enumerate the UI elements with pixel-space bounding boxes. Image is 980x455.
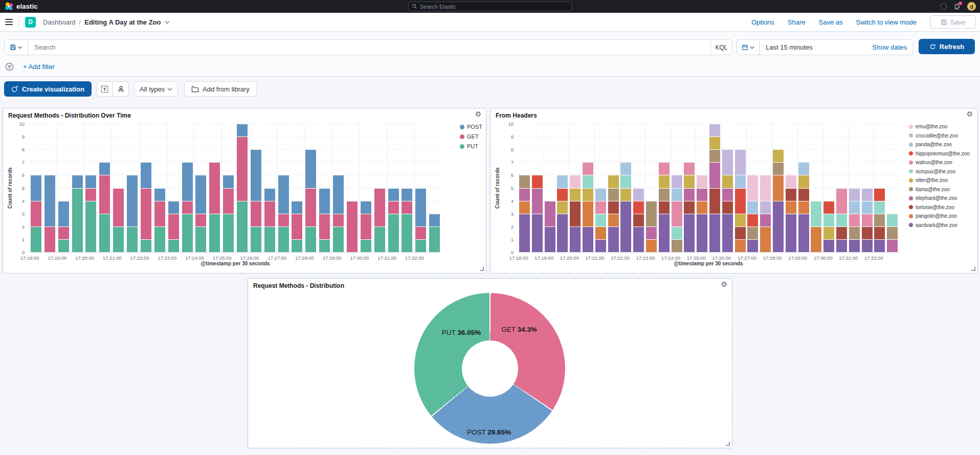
bar-segment[interactable] <box>415 227 426 239</box>
bar-segment[interactable] <box>760 201 771 214</box>
bar-segment[interactable] <box>223 214 234 252</box>
bar-segment[interactable] <box>798 163 809 175</box>
saved-query-menu-button[interactable] <box>5 40 28 55</box>
add-filter-button[interactable]: + Add filter <box>23 63 55 71</box>
bar-segment[interactable] <box>620 189 631 201</box>
bar-segment[interactable] <box>786 189 796 201</box>
bar-segment[interactable] <box>154 201 165 226</box>
bar-segment[interactable] <box>608 201 619 214</box>
date-quick-select-button[interactable] <box>737 40 760 55</box>
bar-segment[interactable] <box>697 214 707 252</box>
add-controls-button[interactable] <box>113 82 128 96</box>
bar-segment[interactable] <box>722 189 733 201</box>
help-icon[interactable] <box>940 3 947 10</box>
bar-segment[interactable] <box>532 175 543 188</box>
bar-segment[interactable] <box>583 175 593 188</box>
legend-item[interactable]: emu@the.zoo <box>909 124 970 129</box>
bar-segment[interactable] <box>99 175 110 213</box>
bar-segment[interactable] <box>747 227 758 239</box>
bar-segment[interactable] <box>264 201 275 226</box>
bar-segment[interactable] <box>99 214 110 252</box>
bar-segment[interactable] <box>646 201 657 226</box>
bar-segment[interactable] <box>583 227 593 252</box>
bar-segment[interactable] <box>99 163 110 175</box>
bar-segment[interactable] <box>388 189 399 201</box>
elastic-home-link[interactable]: elastic <box>0 2 123 11</box>
legend-item[interactable]: crocodile@the.zoo <box>909 133 970 139</box>
bar-segment[interactable] <box>659 201 670 214</box>
bar-segment[interactable] <box>415 240 426 252</box>
bar-segment[interactable] <box>672 175 682 188</box>
bar-segment[interactable] <box>113 189 124 226</box>
bar-segment[interactable] <box>264 227 275 252</box>
bar-segment[interactable] <box>760 227 771 252</box>
bar-segment[interactable] <box>557 201 568 214</box>
bar-segment[interactable] <box>168 214 179 239</box>
bar-segment[interactable] <box>595 240 606 252</box>
bar-segment[interactable] <box>141 240 151 252</box>
resize-handle-icon[interactable] <box>726 442 730 446</box>
bar-segment[interactable] <box>823 214 834 226</box>
bar-segment[interactable] <box>583 163 593 175</box>
bar-segment[interactable] <box>570 175 581 188</box>
bar-segment[interactable] <box>823 227 834 239</box>
bar-segment[interactable] <box>887 240 898 252</box>
legend-item[interactable]: PUT <box>460 143 482 149</box>
bar-segment[interactable] <box>361 240 371 252</box>
bar-segment[interactable] <box>141 189 151 239</box>
bar-segment[interactable] <box>786 175 796 188</box>
bar-segment[interactable] <box>633 227 644 252</box>
legend-item[interactable]: POST <box>460 124 482 130</box>
bar-segment[interactable] <box>583 189 593 201</box>
bar-segment[interactable] <box>402 201 412 214</box>
bar-segment[interactable] <box>388 201 399 214</box>
bar-segment[interactable] <box>862 227 873 239</box>
bar-segment[interactable] <box>633 189 644 201</box>
bar-segment[interactable] <box>127 175 138 226</box>
bar-segment[interactable] <box>361 214 371 239</box>
bar-segment[interactable] <box>747 240 758 252</box>
bar-segment[interactable] <box>874 240 885 252</box>
bar-segment[interactable] <box>44 227 55 252</box>
bar-segment[interactable] <box>44 175 55 226</box>
bar-segment[interactable] <box>709 163 720 188</box>
bar-segment[interactable] <box>735 175 746 188</box>
bar-segment[interactable] <box>237 201 248 252</box>
bar-segment[interactable] <box>305 227 316 252</box>
bar-segment[interactable] <box>862 240 873 252</box>
bar-segment[interactable] <box>58 201 69 226</box>
bar-segment[interactable] <box>557 189 568 201</box>
bar-segment[interactable] <box>659 189 670 201</box>
bar-segment[interactable] <box>583 201 593 226</box>
bar-segment[interactable] <box>697 189 707 201</box>
add-text-button[interactable]: T <box>97 82 113 96</box>
bar-segment[interactable] <box>760 214 771 226</box>
bar-segment[interactable] <box>836 227 847 239</box>
bar-segment[interactable] <box>85 201 96 252</box>
bar-segment[interactable] <box>595 227 606 239</box>
legend-item[interactable]: otter@the.zoo <box>909 177 970 183</box>
breadcrumb-caret-icon[interactable] <box>165 20 170 24</box>
refresh-button[interactable]: Refresh <box>919 39 975 54</box>
bar-segment[interactable] <box>887 227 898 239</box>
bar-segment[interactable] <box>659 214 670 252</box>
bar-segment[interactable] <box>127 227 138 252</box>
bar-segment[interactable] <box>333 175 344 213</box>
legend-item[interactable]: octopus@the.zoo <box>909 169 970 174</box>
bar-segment[interactable] <box>292 214 302 239</box>
gear-icon[interactable]: ⚙ <box>475 110 481 118</box>
bar-segment[interactable] <box>811 201 821 226</box>
bar-segment[interactable] <box>811 227 821 252</box>
bar-segment[interactable] <box>278 214 289 226</box>
bar-segment[interactable] <box>709 150 720 162</box>
create-visualization-button[interactable]: Create visualization <box>4 81 92 97</box>
bar-segment[interactable] <box>570 227 581 252</box>
panel-title[interactable]: From Headers <box>496 112 537 119</box>
bar-segment[interactable] <box>519 189 530 201</box>
bar-segment[interactable] <box>570 189 581 201</box>
bar-segment[interactable] <box>659 175 670 188</box>
bar-segment[interactable] <box>608 214 619 226</box>
bar-segment[interactable] <box>874 227 885 239</box>
bar-segment[interactable] <box>659 163 670 175</box>
bar-segment[interactable] <box>182 214 193 252</box>
